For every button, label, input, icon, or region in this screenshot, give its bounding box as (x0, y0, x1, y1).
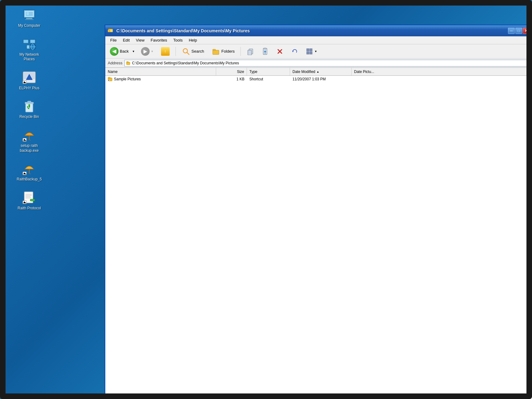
address-label: Address (108, 61, 123, 65)
file-date-picture-cell (352, 76, 532, 83)
maximize-button[interactable]: □ (515, 28, 522, 34)
svg-rect-45 (213, 50, 219, 54)
search-label: Search (191, 49, 204, 54)
file-name-cell: Sample Pictures (105, 76, 216, 83)
back-button[interactable]: ◀ Back (108, 46, 131, 57)
menu-bar: File Edit View Favorites Tools Help (105, 36, 532, 44)
desktop-icon-recycle-bin[interactable]: Recycle Bin (12, 97, 46, 121)
svg-rect-46 (213, 49, 216, 50)
desktop-icon-network[interactable]: My Network Places (12, 35, 46, 63)
raithbackup-icon (22, 161, 37, 176)
table-row[interactable]: Sample Pictures 1 KB Shortcut 11/20/2007… (105, 76, 532, 83)
menu-edit[interactable]: Edit (120, 37, 132, 43)
network-label: My Network Places (14, 52, 45, 62)
address-input[interactable]: C:\Documents and Settings\Standard\My Do… (124, 60, 530, 66)
svg-rect-24 (27, 101, 31, 103)
svg-rect-7 (30, 12, 33, 15)
desktop-icon-my-computer[interactable]: My Computer (12, 6, 46, 30)
delete-button[interactable] (273, 46, 286, 57)
desktop-icon-elphy[interactable]: ELPHY Plus (12, 69, 46, 92)
minimize-button[interactable]: ─ (508, 28, 515, 34)
desktop-icon-raith-protocol[interactable]: Raith Protocol (12, 189, 46, 212)
network-icon (22, 36, 37, 51)
back-dropdown-button[interactable]: ▼ (131, 46, 136, 57)
paste-button[interactable] (259, 46, 272, 57)
desktop-icons: My Computer My Network Places (12, 6, 49, 212)
col-header-name[interactable]: Name (105, 68, 216, 75)
svg-rect-55 (307, 49, 309, 51)
title-bar-buttons: ─ □ ✕ (508, 28, 530, 34)
back-icon: ◀ (110, 47, 119, 56)
elphy-label: ELPHY Plus (19, 86, 39, 91)
desktop-icon-setup-raith[interactable]: setup raith backup.exe (12, 126, 46, 154)
file-list: Sample Pictures 1 KB Shortcut 11/20/2007… (105, 76, 532, 399)
up-icon: ↑ (161, 47, 170, 56)
back-label: Back (120, 49, 129, 54)
svg-rect-58 (310, 52, 312, 54)
up-button[interactable]: ↑ (158, 46, 172, 57)
svg-rect-57 (307, 52, 309, 54)
svg-rect-11 (30, 40, 35, 43)
svg-rect-50 (264, 48, 266, 49)
back-btn-group: ◀ Back ▼ (108, 46, 136, 57)
raithbackup-label: RaithBackup_5 (17, 177, 42, 182)
desktop: My Computer My Network Places (0, 0, 532, 399)
my-computer-label: My Computer (18, 23, 40, 28)
svg-line-44 (187, 52, 189, 54)
toolbar: ◀ Back ▼ ▶ ▼ ↑ (105, 44, 532, 58)
svg-rect-2 (26, 18, 32, 19)
svg-rect-42 (108, 30, 110, 32)
forward-icon: ▶ (141, 47, 150, 56)
views-button[interactable]: ▼ (303, 46, 320, 57)
file-date-modified-cell: 11/20/2007 1:03 PM (290, 76, 352, 83)
raith-protocol-label: Raith Protocol (18, 206, 41, 211)
address-bar: Address C:\Documents and Settings\Standa… (105, 58, 532, 68)
menu-tools[interactable]: Tools (171, 37, 185, 43)
toolbar-separator-2 (240, 47, 241, 56)
title-bar: C:\Documents and Settings\Standard\My Do… (105, 25, 532, 36)
back-dropdown-icon: ▼ (132, 50, 135, 53)
svg-rect-36 (30, 199, 35, 201)
file-icon (108, 77, 113, 82)
recycle-bin-label: Recycle Bin (19, 115, 39, 119)
svg-rect-56 (310, 49, 312, 51)
column-headers: Name Size Type Date Modified Date Pictu.… (105, 68, 532, 76)
setup-raith-label: setup raith backup.exe (14, 143, 45, 153)
col-header-size[interactable]: Size (216, 68, 247, 75)
search-icon (182, 47, 190, 56)
close-button[interactable]: ✕ (523, 28, 530, 34)
undo-button[interactable] (288, 46, 301, 57)
toolbar-separator-1 (175, 47, 176, 56)
svg-rect-60 (127, 62, 128, 62)
title-bar-icon (108, 28, 114, 34)
explorer-window: C:\Documents and Settings\Standard\My Do… (105, 25, 532, 399)
title-bar-text: C:\Documents and Settings\Standard\My Do… (116, 28, 506, 33)
file-type-cell: Shortcut (247, 76, 290, 83)
folders-icon (212, 47, 220, 56)
search-button[interactable]: Search (179, 46, 207, 57)
svg-rect-48 (248, 50, 252, 55)
copy-button[interactable] (244, 46, 257, 57)
col-header-type[interactable]: Type (247, 68, 290, 75)
forward-button[interactable]: ▶ ▼ (138, 46, 156, 57)
menu-favorites[interactable]: Favorites (148, 37, 169, 43)
col-header-date-modified[interactable]: Date Modified (290, 68, 352, 75)
svg-rect-9 (24, 40, 28, 43)
menu-help[interactable]: Help (186, 37, 200, 43)
svg-marker-54 (292, 51, 294, 52)
menu-view[interactable]: View (133, 37, 147, 43)
folders-button[interactable]: Folders (209, 46, 237, 57)
my-computer-icon (22, 7, 37, 22)
recycle-bin-icon (22, 99, 37, 113)
svg-rect-6 (26, 12, 29, 15)
desktop-icon-raithbackup[interactable]: RaithBackup_5 (12, 160, 46, 183)
address-value: C:\Documents and Settings\Standard\My Do… (132, 61, 239, 65)
raith-protocol-icon (22, 190, 37, 205)
file-size-cell: 1 KB (216, 76, 247, 83)
menu-file[interactable]: File (108, 37, 119, 43)
svg-rect-3 (25, 19, 34, 20)
col-header-date-picture[interactable]: Date Pictu... (352, 68, 532, 75)
folders-label: Folders (221, 49, 235, 54)
setup-raith-icon (22, 127, 37, 142)
elphy-icon (22, 70, 37, 85)
